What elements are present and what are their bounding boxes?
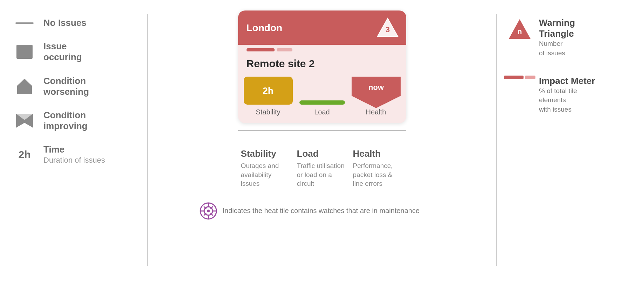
svg-text:n: n <box>517 28 522 36</box>
issue-occurring-icon <box>14 45 35 59</box>
tile-warning-triangle: 3 <box>376 17 399 39</box>
stability-value: 2h <box>263 85 273 96</box>
tile-card: London 3 Remote site 2 <box>238 10 406 123</box>
legend-item-no-issues: No Issues <box>14 17 147 28</box>
health-shape: now <box>352 77 401 108</box>
condition-worsening-icon <box>14 78 35 95</box>
legend-item-condition-worsening: Condition worsening <box>14 76 147 97</box>
maintenance-text: Indicates the heat tile contains watches… <box>223 207 420 215</box>
callout-impact-desc: % of total tile elements with issues <box>539 86 630 114</box>
load-bar <box>299 100 345 105</box>
no-issues-icon <box>14 22 35 24</box>
svg-marker-0 <box>17 79 32 94</box>
bottom-load-desc: Traffic utilisation or load on a circuit <box>297 161 347 188</box>
health-label: Health <box>366 108 386 116</box>
bottom-col-stability: Stability Outages and availability issue… <box>238 148 294 188</box>
legend-item-time: 2h Time Duration of issues <box>14 144 147 165</box>
tile-city: London <box>247 22 283 34</box>
callout-warning-desc: Number of issues <box>539 39 630 58</box>
load-label: Load <box>314 108 330 116</box>
bottom-labels: Stability Outages and availability issue… <box>238 148 406 188</box>
impact-meter-callout-icon <box>507 76 532 79</box>
legend-improving-label: Condition improving <box>43 110 88 132</box>
tile-metrics: 2h Stability Load <box>238 72 406 123</box>
bottom-health-desc: Performance, packet loss & line errors <box>353 161 403 188</box>
maintenance-icon <box>200 202 217 220</box>
legend-worsening-label: Condition worsening <box>43 76 89 97</box>
svg-marker-6 <box>352 77 401 108</box>
bottom-stability-title: Stability <box>241 148 291 159</box>
svg-text:now: now <box>368 83 384 92</box>
legend-panel: No Issues Issue occuring <box>14 10 147 178</box>
bottom-col-health: Health Performance, packet loss & line e… <box>350 148 406 188</box>
bottom-col-load: Load Traffic utilisation or load on a ci… <box>294 148 350 188</box>
condition-improving-icon <box>14 113 35 128</box>
center-h-rule <box>238 130 406 131</box>
legend-time-subtitle: Duration of issues <box>43 155 105 165</box>
center-panel: London 3 Remote site 2 <box>148 10 496 220</box>
callout-impact-title: Impact Meter <box>539 76 630 86</box>
legend-no-issues-label: No Issues <box>43 17 86 28</box>
stability-value-box: 2h <box>244 77 293 105</box>
callout-impact-meter: Impact Meter % of total tile elements wi… <box>507 76 630 114</box>
load-bar-container <box>298 80 347 108</box>
legend-item-condition-improving: Condition improving <box>14 110 147 132</box>
legend-issue-label: Issue occuring <box>43 41 82 63</box>
svg-point-14 <box>207 210 210 212</box>
legend-item-issue-occurring: Issue occuring <box>14 41 147 63</box>
warning-triangle-callout-icon: n <box>507 17 532 41</box>
maintenance-note: Indicates the heat tile contains watches… <box>200 202 445 220</box>
metric-stability: 2h Stability <box>244 77 293 116</box>
callout-warning-title: Warning Triangle <box>539 17 630 39</box>
callout-warning-triangle: n Warning Triangle Number of issues <box>507 17 630 58</box>
bottom-load-title: Load <box>297 148 347 159</box>
bottom-health-title: Health <box>353 148 403 159</box>
bottom-stability-desc: Outages and availability issues <box>241 161 291 188</box>
tile-header: London 3 <box>238 10 406 45</box>
svg-text:3: 3 <box>385 25 389 34</box>
tile-subtitle: Remote site 2 <box>238 53 406 72</box>
legend-time-title: Time <box>43 144 105 155</box>
time-icon: 2h <box>14 149 35 161</box>
metric-load: Load <box>298 80 347 116</box>
stability-label: Stability <box>256 108 280 116</box>
right-panel: n Warning Triangle Number of issues <box>497 10 630 132</box>
metric-health: now Health <box>352 77 401 116</box>
diagram-area: London 3 Remote site 2 <box>200 10 445 220</box>
